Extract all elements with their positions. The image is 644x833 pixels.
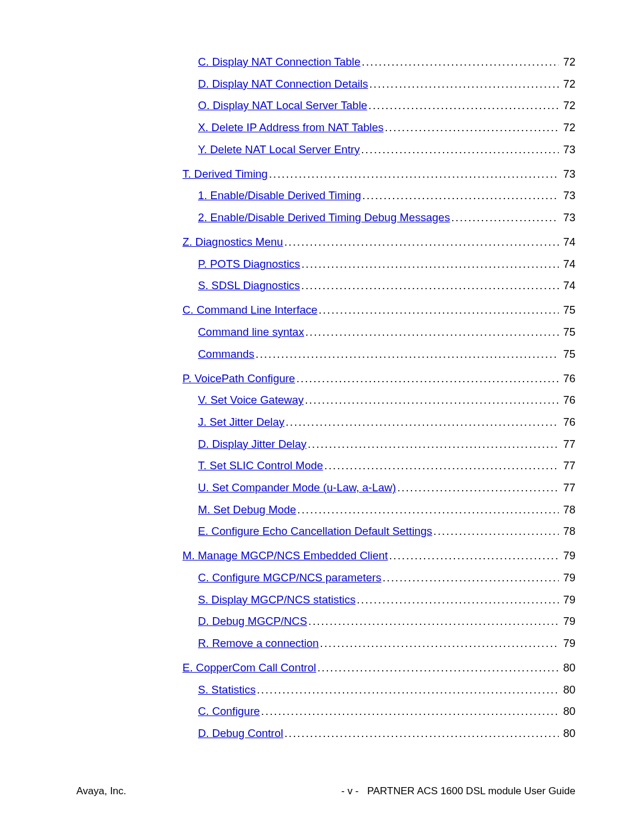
footer-doc-title: PARTNER ACS 1600 DSL module User Guide xyxy=(367,785,575,797)
toc-leader xyxy=(268,167,559,181)
toc-leader xyxy=(323,459,559,472)
toc-page-number: 80 xyxy=(559,726,575,740)
toc-link[interactable]: Y. Delete NAT Local Server Entry xyxy=(198,143,360,156)
toc-leader xyxy=(295,371,559,385)
toc-page-number: 72 xyxy=(559,77,575,91)
toc-page-number: 80 xyxy=(559,661,575,674)
toc-row: Z. Diagnostics Menu74 xyxy=(182,235,575,249)
toc-leader xyxy=(381,571,559,584)
toc-link[interactable]: S. Statistics xyxy=(198,683,256,696)
toc-link[interactable]: 2. Enable/Disable Derived Timing Debug M… xyxy=(198,210,450,224)
footer-page-number: - v - xyxy=(341,785,358,797)
toc-row: X. Delete IP Address from NAT Tables72 xyxy=(198,120,575,134)
toc-link[interactable]: D. Display NAT Connection Details xyxy=(198,77,368,91)
toc-row: T. Derived Timing73 xyxy=(182,167,575,181)
toc-page-number: 79 xyxy=(559,571,575,584)
toc-leader xyxy=(255,347,559,361)
toc-page-number: 78 xyxy=(559,524,575,538)
toc-link[interactable]: E. CopperCom Call Control xyxy=(182,661,316,674)
toc-page-number: 79 xyxy=(559,614,575,628)
toc-page-number: 77 xyxy=(559,437,575,451)
toc-link[interactable]: E. Configure Echo Cancellation Default S… xyxy=(198,524,432,538)
toc-leader xyxy=(355,593,559,606)
toc-link[interactable]: C. Command Line Interface xyxy=(182,303,317,317)
toc-leader xyxy=(319,636,559,650)
toc-page-number: 73 xyxy=(559,143,575,156)
toc-row: C. Configure MGCP/NCS parameters79 xyxy=(198,571,575,584)
toc-row: Command line syntax75 xyxy=(198,325,575,339)
toc-link[interactable]: R. Remove a connection xyxy=(198,636,319,650)
toc-link[interactable]: Command line syntax xyxy=(198,325,304,339)
toc-row: C. Configure80 xyxy=(198,704,575,718)
toc-row: V. Set Voice Gateway76 xyxy=(198,393,575,407)
toc-page-number: 76 xyxy=(559,393,575,407)
toc-leader xyxy=(284,415,559,429)
toc-link[interactable]: M. Manage MGCP/NCS Embedded Client xyxy=(182,549,388,562)
toc-link[interactable]: Commands xyxy=(198,347,255,361)
toc-leader xyxy=(283,235,559,249)
toc-link[interactable]: S. Display MGCP/NCS statistics xyxy=(198,593,355,606)
toc-leader xyxy=(256,683,559,696)
toc-link[interactable]: C. Configure MGCP/NCS parameters xyxy=(198,571,381,584)
toc-page-number: 76 xyxy=(559,415,575,429)
toc-link[interactable]: D. Display Jitter Delay xyxy=(198,437,306,451)
toc-page-number: 72 xyxy=(559,55,575,69)
toc-leader xyxy=(283,726,559,740)
toc-row: 1. Enable/Disable Derived Timing73 xyxy=(198,188,575,202)
toc-leader xyxy=(306,437,559,451)
toc-link[interactable]: T. Derived Timing xyxy=(182,167,268,181)
toc-leader xyxy=(296,503,559,516)
toc-link[interactable]: P. POTS Diagnostics xyxy=(198,257,300,271)
toc-link[interactable]: V. Set Voice Gateway xyxy=(198,393,304,407)
toc-link[interactable]: X. Delete IP Address from NAT Tables xyxy=(198,120,383,134)
toc-page-number: 73 xyxy=(559,210,575,224)
toc-link[interactable]: J. Set Jitter Delay xyxy=(198,415,284,429)
toc-leader xyxy=(367,98,559,112)
toc-page-number: 74 xyxy=(559,257,575,271)
toc-leader xyxy=(432,524,559,538)
toc-row: S. Display MGCP/NCS statistics79 xyxy=(198,593,575,606)
toc-leader xyxy=(300,278,559,292)
toc-row: J. Set Jitter Delay76 xyxy=(198,415,575,429)
toc-row: C. Display NAT Connection Table72 xyxy=(198,55,575,69)
toc-page-number: 80 xyxy=(559,704,575,718)
toc-link[interactable]: C. Display NAT Connection Table xyxy=(198,55,361,69)
toc-link[interactable]: C. Configure xyxy=(198,704,260,718)
toc-link[interactable]: D. Debug Control xyxy=(198,726,283,740)
toc-leader xyxy=(300,257,559,271)
toc-link[interactable]: S. SDSL Diagnostics xyxy=(198,278,300,292)
toc-row: C. Command Line Interface75 xyxy=(182,303,575,317)
toc-row: P. POTS Diagnostics74 xyxy=(198,257,575,271)
footer-left: Avaya, Inc. xyxy=(76,785,126,797)
toc-page-number: 75 xyxy=(559,325,575,339)
toc-link[interactable]: O. Display NAT Local Server Table xyxy=(198,98,367,112)
toc-page-number: 74 xyxy=(559,278,575,292)
toc-row: M. Set Debug Mode78 xyxy=(198,503,575,516)
toc-link[interactable]: U. Set Compander Mode (u-Law, a-Law) xyxy=(198,481,396,494)
toc-page-number: 76 xyxy=(559,371,575,385)
toc-leader xyxy=(368,77,559,91)
toc-row: D. Display NAT Connection Details72 xyxy=(198,77,575,91)
toc-page-number: 80 xyxy=(559,683,575,696)
toc-link[interactable]: 1. Enable/Disable Derived Timing xyxy=(198,188,361,202)
toc-link[interactable]: T. Set SLIC Control Mode xyxy=(198,459,323,472)
toc-page-number: 79 xyxy=(559,636,575,650)
toc-leader xyxy=(304,393,559,407)
toc-link[interactable]: M. Set Debug Mode xyxy=(198,503,296,516)
toc-row: U. Set Compander Mode (u-Law, a-Law)77 xyxy=(198,481,575,494)
toc-page-number: 73 xyxy=(559,188,575,202)
toc-row: D. Display Jitter Delay77 xyxy=(198,437,575,451)
toc-row: 2. Enable/Disable Derived Timing Debug M… xyxy=(198,210,575,224)
toc-row: D. Debug Control80 xyxy=(198,726,575,740)
toc-link[interactable]: Z. Diagnostics Menu xyxy=(182,235,283,249)
toc-page-number: 72 xyxy=(559,120,575,134)
toc-leader xyxy=(361,188,559,202)
toc-link[interactable]: D. Debug MGCP/NCS xyxy=(198,614,307,628)
footer-right: - v - PARTNER ACS 1600 DSL module User G… xyxy=(341,785,575,797)
toc-link[interactable]: P. VoicePath Configure xyxy=(182,371,295,385)
toc-row: R. Remove a connection79 xyxy=(198,636,575,650)
table-of-contents: C. Display NAT Connection Table72D. Disp… xyxy=(76,55,575,740)
toc-leader xyxy=(316,661,559,674)
toc-row: Y. Delete NAT Local Server Entry73 xyxy=(198,143,575,156)
toc-page-number: 73 xyxy=(559,167,575,181)
